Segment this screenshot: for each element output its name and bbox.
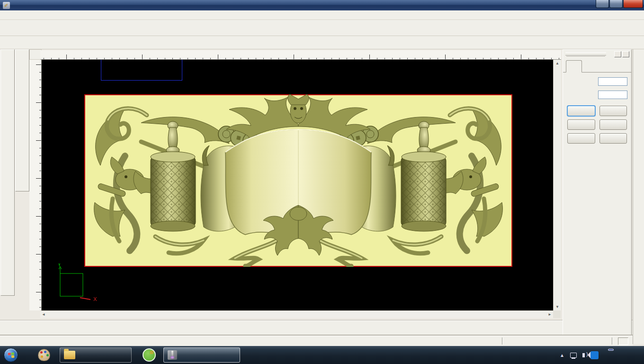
- panel-button-display[interactable]: [567, 119, 595, 130]
- left-toolbar-col1: [0, 49, 15, 296]
- jdpaint-task-icon: [168, 350, 177, 360]
- color-palette: [633, 49, 644, 344]
- panel-restore-button[interactable]: [614, 51, 621, 57]
- menu-bar: [0, 10, 644, 20]
- panel-close-button[interactable]: [622, 51, 629, 57]
- selection-rectangle: [101, 60, 182, 81]
- taskbar: /// ▲: [0, 346, 644, 364]
- app-icon: ✐: [3, 2, 10, 9]
- svg-text:Y: Y: [58, 264, 61, 267]
- jdpaint-window: ✐: [0, 0, 644, 364]
- canvas-viewport[interactable]: .o{fill:#96984f;stroke:#5b5c26;stroke-wi…: [42, 60, 553, 310]
- folder-icon: [64, 351, 75, 359]
- tray-expand-icon[interactable]: ▲: [560, 353, 564, 358]
- nudge-dist-input[interactable]: [598, 77, 627, 86]
- system-tray: ▲: [560, 346, 599, 364]
- scroll-left-arrow[interactable]: ◄: [42, 312, 45, 317]
- paint-taskbar-icon[interactable]: [38, 349, 50, 361]
- taskbar-item-cua-vong[interactable]: [60, 347, 132, 363]
- horizontal-ruler: [40, 50, 561, 60]
- main-toolbar: [0, 20, 644, 36]
- panel-title-bar: [564, 51, 630, 58]
- origin-axis-indicator: Y X: [54, 264, 106, 304]
- scroll-down-arrow[interactable]: ▼: [555, 305, 559, 309]
- scroll-right-arrow[interactable]: ►: [548, 312, 552, 317]
- unit-toggle-button[interactable]: [618, 337, 628, 345]
- speaker-icon[interactable]: [582, 353, 585, 357]
- angle-incr-input[interactable]: [598, 91, 627, 99]
- panel-button-lock[interactable]: [599, 106, 627, 116]
- horizontal-scrollbar[interactable]: ◄ ►: [40, 310, 553, 318]
- restore-button[interactable]: [609, 0, 623, 8]
- scroll-up-arrow[interactable]: ▲: [555, 61, 559, 65]
- left-toolbar-col2: [15, 49, 29, 191]
- panel-button-select[interactable]: [567, 106, 595, 116]
- vertical-ruler: [29, 60, 42, 310]
- network-icon[interactable]: [570, 353, 577, 358]
- panel-tab-row: [563, 60, 631, 73]
- panel-button-layer[interactable]: [567, 133, 595, 144]
- vertical-scrollbar[interactable]: ▲ ▼: [553, 60, 561, 310]
- close-button[interactable]: [623, 0, 643, 8]
- scrollbar-corner: [553, 310, 561, 318]
- tab-select[interactable]: [566, 60, 582, 73]
- draw-toolbar: [0, 36, 644, 49]
- left-toolbar: [0, 49, 29, 320]
- status-divider: [612, 337, 613, 345]
- relief-artwork: .o{fill:#96984f;stroke:#5b5c26;stroke-wi…: [84, 94, 512, 267]
- panel-button-align[interactable]: [599, 133, 627, 144]
- status-bar: [0, 336, 633, 346]
- panel-grip[interactable]: [565, 52, 606, 55]
- coccoc-taskbar-icon[interactable]: ///: [143, 348, 156, 362]
- start-button[interactable]: [4, 348, 18, 362]
- taskbar-item-jdpaint[interactable]: [163, 347, 240, 363]
- status-divider: [502, 337, 503, 345]
- node-snap-toolbar: [0, 320, 633, 336]
- title-bar[interactable]: ✐: [0, 0, 644, 10]
- unikey-icon[interactable]: [590, 351, 599, 359]
- minimize-button[interactable]: [596, 0, 609, 8]
- svg-text:X: X: [93, 296, 97, 302]
- panel-button-order[interactable]: [599, 119, 627, 130]
- properties-panel: [563, 49, 632, 336]
